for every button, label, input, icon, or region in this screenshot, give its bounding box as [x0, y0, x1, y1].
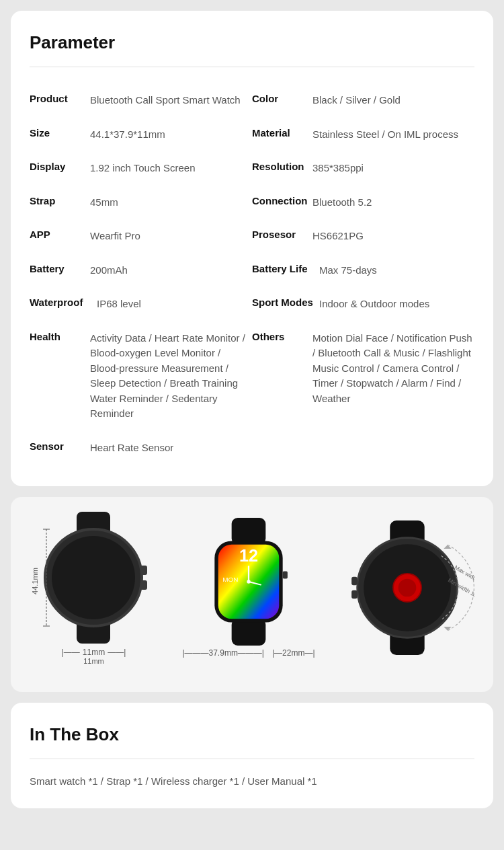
param-label-strap: Strap — [30, 195, 90, 206]
divider — [30, 67, 474, 67]
param-label-battery: Battery — [30, 263, 90, 274]
watch-front-diagram: 12 MON |———37.9mm———| |—22mm—| — [182, 518, 314, 658]
param-value-prosesor: HS6621PG — [312, 229, 364, 244]
svg-text:12: 12 — [239, 546, 258, 565]
svg-rect-10 — [232, 518, 266, 545]
param-label-resolution: Resolution — [252, 161, 312, 172]
svg-text:44.1mm: 44.1mm — [31, 568, 39, 594]
params-left-col: Product Bluetooth Call Sport Smart Watch… — [30, 83, 252, 465]
param-value-others: Motion Dial Face / Notification Push / B… — [312, 331, 474, 407]
param-value-display: 1.92 inch Touch Screen — [90, 161, 196, 176]
param-label-display: Display — [30, 161, 90, 172]
param-label-color: Color — [252, 93, 312, 104]
svg-marker-29 — [444, 627, 451, 631]
param-value-app: Wearfit Pro — [90, 229, 140, 244]
param-prosesor: Prosesor HS6621PG — [252, 219, 474, 254]
param-material: Material Stainless Steel / On IML proces… — [252, 118, 474, 152]
param-value-sport-modes: Indoor & Outdoor modes — [319, 297, 429, 312]
param-waterproof: Waterproof IP68 level — [30, 287, 252, 321]
param-connection: Connection Bluetooth 5.2 — [252, 186, 474, 220]
param-value-size: 44.1*37.9*11mm — [90, 127, 165, 143]
svg-rect-19 — [283, 572, 288, 579]
param-value-resolution: 385*385ppi — [312, 161, 364, 176]
parameter-title: Parameter — [30, 32, 474, 53]
params-grid: Product Bluetooth Call Sport Smart Watch… — [30, 83, 474, 465]
svg-rect-4 — [140, 566, 147, 575]
param-label-size: Size — [30, 127, 90, 139]
svg-rect-27 — [351, 590, 358, 598]
params-right-col: Color Black / Silver / Gold Material Sta… — [252, 83, 474, 465]
svg-point-18 — [247, 580, 250, 583]
param-label-sensor: Sensor — [30, 440, 90, 452]
param-sensor: Sensor Heart Rate Sensor — [30, 431, 252, 465]
param-label-sport-modes: Sport Modes — [252, 297, 319, 308]
dim-379mm: |———37.9mm———| — [182, 648, 264, 658]
param-value-battery-life: Max 75-days — [319, 263, 377, 278]
param-app: APP Wearfit Pro — [30, 219, 252, 254]
dim-row-front: |———37.9mm———| |—22mm—| — [182, 648, 314, 658]
svg-marker-28 — [444, 545, 451, 549]
param-value-battery: 200mAh — [90, 263, 128, 278]
dim-11mm: |——11mm——| 11mm — [62, 648, 126, 665]
param-label-app: APP — [30, 229, 90, 240]
param-battery: Battery 200mAh — [30, 254, 252, 288]
svg-text:MON: MON — [222, 576, 238, 583]
svg-rect-11 — [232, 619, 266, 646]
watches-row: 44.1mm |——11mm——| 11mm — [17, 510, 487, 665]
param-value-health: Activity Data / Heart Rate Monitor / Blo… — [90, 331, 252, 422]
param-display: Display 1.92 inch Touch Screen — [30, 151, 252, 186]
param-label-health: Health — [30, 331, 90, 342]
param-label-prosesor: Prosesor — [252, 229, 312, 240]
param-others: Others Motion Dial Face / Notification P… — [252, 321, 474, 416]
param-value-sensor: Heart Rate Sensor — [90, 440, 173, 456]
param-color: Color Black / Silver / Gold — [252, 83, 474, 118]
inbox-card: In The Box Smart watch *1 / Strap *1 / W… — [11, 703, 493, 808]
svg-rect-26 — [351, 577, 358, 585]
dim-22mm: |—22mm—| — [272, 648, 315, 658]
svg-rect-5 — [140, 580, 147, 590]
parameter-card: Parameter Product Bluetooth Call Sport S… — [11, 11, 493, 486]
param-value-product: Bluetooth Call Sport Smart Watch — [90, 93, 241, 108]
svg-point-25 — [398, 579, 416, 597]
param-label-battery-life: Battery Life — [252, 263, 319, 274]
param-label-waterproof: Waterproof — [30, 297, 97, 308]
param-size: Size 44.1*37.9*11mm — [30, 118, 252, 152]
svg-point-3 — [52, 536, 135, 619]
param-value-connection: Bluetooth 5.2 — [312, 195, 372, 210]
param-product: Product Bluetooth Call Sport Smart Watch — [30, 83, 252, 118]
param-health: Health Activity Data / Heart Rate Monito… — [30, 321, 252, 431]
param-label-product: Product — [30, 93, 90, 104]
inbox-title: In The Box — [30, 724, 474, 745]
watch-back-diagram: Max width 235mm Min width 155mm — [340, 520, 474, 655]
watch-side-view: 44.1mm — [30, 510, 157, 645]
param-label-others: Others — [252, 331, 312, 342]
param-value-strap: 45mm — [90, 195, 118, 210]
dim-row-side: |——11mm——| 11mm — [62, 648, 126, 665]
param-label-connection: Connection — [252, 195, 312, 206]
inbox-divider — [30, 759, 474, 759]
param-sport-modes: Sport Modes Indoor & Outdoor modes — [252, 287, 474, 321]
param-value-waterproof: IP68 level — [97, 297, 141, 312]
watch-front-view: 12 MON — [202, 518, 296, 646]
param-value-color: Black / Silver / Gold — [312, 93, 401, 108]
param-strap: Strap 45mm — [30, 186, 252, 220]
param-resolution: Resolution 385*385ppi — [252, 151, 474, 186]
param-battery-life: Battery Life Max 75-days — [252, 254, 474, 288]
param-value-material: Stainless Steel / On IML process — [312, 127, 458, 143]
watch-back-view: Max width 235mm Min width 155mm — [340, 520, 474, 655]
param-label-material: Material — [252, 127, 312, 139]
inbox-content: Smart watch *1 / Strap *1 / Wireless cha… — [30, 775, 474, 787]
watch-side-diagram: 44.1mm |——11mm——| 11mm — [30, 510, 157, 665]
diagram-section: 44.1mm |——11mm——| 11mm — [11, 497, 493, 692]
